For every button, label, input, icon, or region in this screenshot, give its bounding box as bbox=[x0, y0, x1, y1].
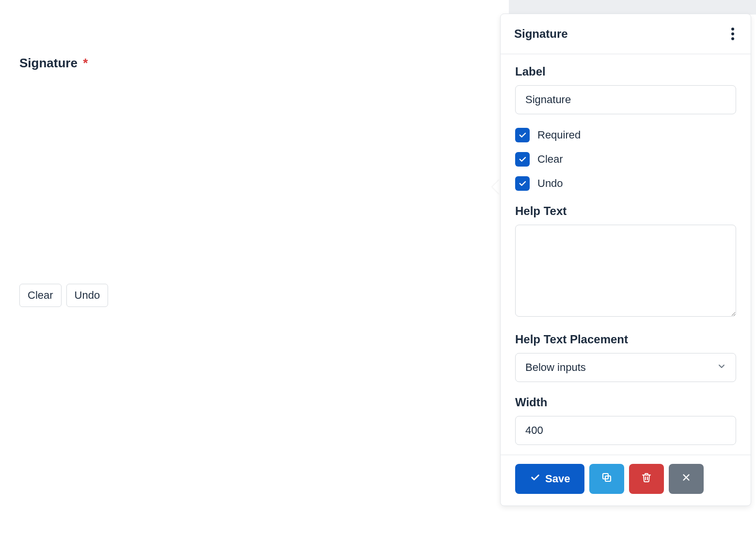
close-button[interactable] bbox=[669, 464, 704, 494]
label-field-label: Label bbox=[515, 65, 736, 78]
placement-group: Help Text Placement Below inputs bbox=[515, 333, 736, 382]
more-options-icon[interactable] bbox=[728, 25, 737, 43]
width-group: Width bbox=[515, 396, 736, 445]
checkbox-undo[interactable]: Undo bbox=[515, 176, 736, 191]
label-input[interactable] bbox=[515, 85, 736, 114]
copy-icon bbox=[601, 472, 613, 486]
help-text-group: Help Text bbox=[515, 204, 736, 319]
checkbox-group: Required Clear Undo bbox=[515, 128, 736, 191]
checkbox-required-label: Required bbox=[537, 129, 581, 141]
placement-select[interactable]: Below inputs bbox=[515, 353, 736, 382]
checkbox-required[interactable]: Required bbox=[515, 128, 736, 142]
checkbox-undo-label: Undo bbox=[537, 177, 563, 190]
close-icon bbox=[681, 472, 692, 486]
checkbox-clear-label: Clear bbox=[537, 153, 563, 166]
save-button-label: Save bbox=[545, 473, 570, 485]
delete-button[interactable] bbox=[629, 464, 664, 494]
preview-area: Signature * Clear Undo bbox=[19, 56, 485, 307]
help-text-input[interactable] bbox=[515, 225, 736, 317]
save-button[interactable]: Save bbox=[515, 464, 584, 494]
label-group: Label bbox=[515, 65, 736, 114]
panel-body: Label Required Clear Undo bbox=[501, 54, 751, 455]
preview-field-label: Signature * bbox=[19, 56, 485, 71]
check-icon bbox=[530, 472, 540, 486]
copy-button[interactable] bbox=[589, 464, 624, 494]
width-input[interactable] bbox=[515, 416, 736, 445]
settings-panel: Signature Label Required Clear bbox=[500, 14, 751, 506]
placement-label: Help Text Placement bbox=[515, 333, 736, 346]
trash-icon bbox=[641, 472, 652, 486]
undo-button[interactable]: Undo bbox=[66, 284, 109, 307]
required-asterisk: * bbox=[83, 56, 88, 70]
panel-pointer-arrow bbox=[492, 179, 500, 195]
background-slab bbox=[509, 0, 756, 15]
preview-buttons: Clear Undo bbox=[19, 284, 485, 307]
clear-button[interactable]: Clear bbox=[19, 284, 62, 307]
checkbox-icon bbox=[515, 176, 530, 191]
panel-header: Signature bbox=[501, 14, 751, 54]
checkbox-icon bbox=[515, 128, 530, 142]
checkbox-icon bbox=[515, 152, 530, 167]
preview-label-text: Signature bbox=[19, 56, 78, 70]
panel-footer: Save bbox=[501, 455, 751, 506]
width-label: Width bbox=[515, 396, 736, 409]
help-text-label: Help Text bbox=[515, 204, 736, 218]
panel-title: Signature bbox=[514, 27, 568, 41]
checkbox-clear[interactable]: Clear bbox=[515, 152, 736, 167]
